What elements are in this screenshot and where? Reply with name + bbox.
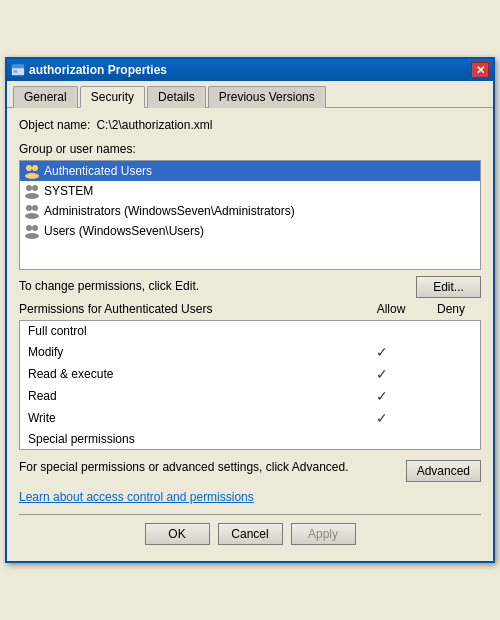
user-item-system[interactable]: SYSTEM <box>20 181 480 201</box>
tab-security[interactable]: Security <box>80 86 145 108</box>
title-bar: authorization Properties ✕ <box>7 59 493 81</box>
object-name-value: C:\2\authorization.xml <box>96 118 212 132</box>
cancel-button[interactable]: Cancel <box>218 523 283 545</box>
title-bar-left: authorization Properties <box>11 63 167 77</box>
apply-button[interactable]: Apply <box>291 523 356 545</box>
advanced-section: For special permissions or advanced sett… <box>19 460 481 482</box>
window-icon <box>11 63 25 77</box>
perm-read: Read <box>20 385 480 407</box>
user-name: Authenticated Users <box>44 164 152 178</box>
perm-allow-check <box>352 366 412 382</box>
svg-point-5 <box>25 173 39 179</box>
svg-point-7 <box>32 185 38 191</box>
edit-area: To change permissions, click Edit. Edit.… <box>19 276 481 298</box>
svg-point-8 <box>25 193 39 199</box>
main-window: authorization Properties ✕ General Secur… <box>5 57 495 563</box>
advanced-text: For special permissions or advanced sett… <box>19 460 398 474</box>
user-item-administrators[interactable]: Administrators (WindowsSeven\Administrat… <box>20 201 480 221</box>
svg-point-3 <box>26 165 32 171</box>
col-deny-header: Deny <box>421 302 481 316</box>
perm-full-control: Full control <box>20 321 480 341</box>
svg-rect-2 <box>14 70 18 73</box>
svg-point-4 <box>32 165 38 171</box>
edit-hint: To change permissions, click Edit. <box>19 279 199 293</box>
tab-previous-versions[interactable]: Previous Versions <box>208 86 326 108</box>
perm-name: Write <box>28 411 352 425</box>
window-title: authorization Properties <box>29 63 167 77</box>
tab-content: Object name: C:\2\authorization.xml Grou… <box>7 108 493 561</box>
tabs-bar: General Security Details Previous Versio… <box>7 81 493 108</box>
permissions-header: Permissions for Authenticated Users Allo… <box>19 302 481 316</box>
perm-read-execute: Read & execute <box>20 363 480 385</box>
perm-name: Special permissions <box>28 432 352 446</box>
perm-allow-check <box>352 410 412 426</box>
group-label: Group or user names: <box>19 142 481 156</box>
perm-allow-check <box>352 344 412 360</box>
svg-point-13 <box>32 225 38 231</box>
perm-write: Write <box>20 407 480 429</box>
user-group-icon-2 <box>24 183 40 199</box>
user-name: Users (WindowsSeven\Users) <box>44 224 204 238</box>
svg-point-6 <box>26 185 32 191</box>
button-bar: OK Cancel Apply <box>19 514 481 551</box>
perm-name: Read <box>28 389 352 403</box>
user-name: Administrators (WindowsSeven\Administrat… <box>44 204 295 218</box>
user-group-icon-4 <box>24 223 40 239</box>
perm-name: Modify <box>28 345 352 359</box>
permissions-table: Full control Modify Read & execute Read <box>19 320 481 450</box>
ok-button[interactable]: OK <box>145 523 210 545</box>
tab-general[interactable]: General <box>13 86 78 108</box>
advanced-button[interactable]: Advanced <box>406 460 481 482</box>
col-allow-header: Allow <box>361 302 421 316</box>
user-group-icon-3 <box>24 203 40 219</box>
svg-point-12 <box>26 225 32 231</box>
user-item-users[interactable]: Users (WindowsSeven\Users) <box>20 221 480 241</box>
perm-modify: Modify <box>20 341 480 363</box>
svg-point-9 <box>26 205 32 211</box>
perm-allow-check <box>352 388 412 404</box>
perm-name: Full control <box>28 324 352 338</box>
svg-point-14 <box>25 233 39 239</box>
close-button[interactable]: ✕ <box>471 62 489 78</box>
svg-point-11 <box>25 213 39 219</box>
user-item-authenticated[interactable]: Authenticated Users <box>20 161 480 181</box>
user-list[interactable]: Authenticated Users SYSTEM Administrator… <box>19 160 481 270</box>
svg-rect-1 <box>12 65 24 69</box>
tab-details[interactable]: Details <box>147 86 206 108</box>
permissions-label: Permissions for Authenticated Users <box>19 302 361 316</box>
user-group-icon <box>24 163 40 179</box>
perm-name: Read & execute <box>28 367 352 381</box>
user-name: SYSTEM <box>44 184 93 198</box>
learn-link[interactable]: Learn about access control and permissio… <box>19 490 254 504</box>
object-name-row: Object name: C:\2\authorization.xml <box>19 118 481 132</box>
perm-special: Special permissions <box>20 429 480 449</box>
svg-point-10 <box>32 205 38 211</box>
edit-button[interactable]: Edit... <box>416 276 481 298</box>
object-name-label: Object name: <box>19 118 90 132</box>
